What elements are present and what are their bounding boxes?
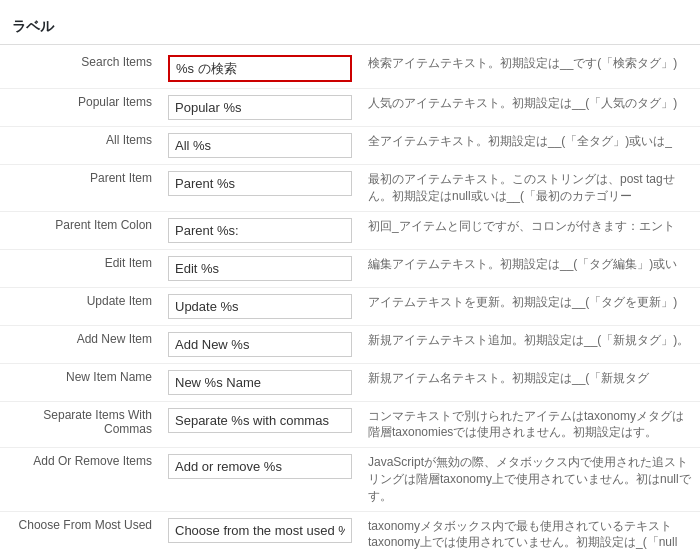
row-label: Search Items — [0, 49, 160, 89]
table-row: Search Items検索アイテムテキスト。初期設定は__です(「検索タグ」) — [0, 49, 700, 89]
row-description: 初回_アイテムと同じですが、コロンが付きます：エント — [360, 211, 700, 249]
table-row: Separate Items With Commasコンマテキストで別けられたア… — [0, 401, 700, 448]
row-description: アイテムテキストを更新。初期設定は__(「タグを更新」) — [360, 287, 700, 325]
table-row: Choose From Most Usedtaxonomyメタボックス内で最も使… — [0, 511, 700, 550]
row-description: コンマテキストで別けられたアイテムはtaxonomyメタグは階層taxonomi… — [360, 401, 700, 448]
row-input-cell[interactable] — [160, 165, 360, 212]
row-label: New Item Name — [0, 363, 160, 401]
text-field[interactable] — [168, 332, 352, 357]
row-label: Choose From Most Used — [0, 511, 160, 550]
row-description: 全アイテムテキスト。初期設定は__(「全タグ」)或いは_ — [360, 127, 700, 165]
row-description: 編集アイテムテキスト。初期設定は__(「タグ編集」)或い — [360, 249, 700, 287]
row-input-cell[interactable] — [160, 325, 360, 363]
text-field[interactable] — [168, 218, 352, 243]
row-input-cell[interactable] — [160, 401, 360, 448]
row-input-cell[interactable] — [160, 249, 360, 287]
labels-table: Search Items検索アイテムテキスト。初期設定は__です(「検索タグ」)… — [0, 49, 700, 550]
row-label: Parent Item Colon — [0, 211, 160, 249]
table-row: New Item Name新規アイテム名テキスト。初期設定は__(「新規タグ — [0, 363, 700, 401]
row-description: 検索アイテムテキスト。初期設定は__です(「検索タグ」) — [360, 49, 700, 89]
row-label: Edit Item — [0, 249, 160, 287]
section-title: ラベル — [0, 10, 700, 45]
row-description: 最初のアイテムテキスト。このストリングは、post tagせん。初期設定はnul… — [360, 165, 700, 212]
row-input-cell[interactable] — [160, 448, 360, 511]
text-field[interactable] — [168, 454, 352, 479]
row-description: 人気のアイテムテキスト。初期設定は__(「人気のタグ」) — [360, 89, 700, 127]
row-label: All Items — [0, 127, 160, 165]
row-input-cell[interactable] — [160, 89, 360, 127]
table-row: Popular Items人気のアイテムテキスト。初期設定は__(「人気のタグ」… — [0, 89, 700, 127]
text-field[interactable] — [168, 133, 352, 158]
row-label: Separate Items With Commas — [0, 401, 160, 448]
table-row: Edit Item編集アイテムテキスト。初期設定は__(「タグ編集」)或い — [0, 249, 700, 287]
text-field[interactable] — [170, 57, 350, 80]
row-description: 新規アイテムテキスト追加。初期設定は__(「新規タグ」)。 — [360, 325, 700, 363]
table-row: Add New Item新規アイテムテキスト追加。初期設定は__(「新規タグ」)… — [0, 325, 700, 363]
text-field[interactable] — [168, 294, 352, 319]
row-input-cell[interactable] — [160, 49, 360, 89]
text-field[interactable] — [168, 518, 352, 543]
text-field[interactable] — [168, 171, 352, 196]
row-input-cell[interactable] — [160, 211, 360, 249]
row-input-cell[interactable] — [160, 287, 360, 325]
text-field[interactable] — [168, 256, 352, 281]
table-row: Update Itemアイテムテキストを更新。初期設定は__(「タグを更新」) — [0, 287, 700, 325]
table-row: Add Or Remove ItemsJavaScriptが無効の際、メタボック… — [0, 448, 700, 511]
row-label: Parent Item — [0, 165, 160, 212]
row-label: Update Item — [0, 287, 160, 325]
table-row: Parent Item最初のアイテムテキスト。このストリングは、post tag… — [0, 165, 700, 212]
row-input-cell[interactable] — [160, 363, 360, 401]
row-label: Add New Item — [0, 325, 160, 363]
row-description: taxonomyメタボックス内で最も使用されているテキストtaxonomy上では… — [360, 511, 700, 550]
text-field[interactable] — [168, 370, 352, 395]
page-container: ラベル Search Items検索アイテムテキスト。初期設定は__です(「検索… — [0, 0, 700, 550]
row-input-cell[interactable] — [160, 127, 360, 165]
row-label: Add Or Remove Items — [0, 448, 160, 511]
text-field[interactable] — [168, 95, 352, 120]
highlighted-input-wrapper — [168, 55, 352, 82]
row-label: Popular Items — [0, 89, 160, 127]
row-description: 新規アイテム名テキスト。初期設定は__(「新規タグ — [360, 363, 700, 401]
table-row: Parent Item Colon初回_アイテムと同じですが、コロンが付きます：… — [0, 211, 700, 249]
text-field[interactable] — [168, 408, 352, 433]
row-input-cell[interactable] — [160, 511, 360, 550]
row-description: JavaScriptが無効の際、メタボックス内で使用された追ストリングは階層ta… — [360, 448, 700, 511]
table-row: All Items全アイテムテキスト。初期設定は__(「全タグ」)或いは_ — [0, 127, 700, 165]
